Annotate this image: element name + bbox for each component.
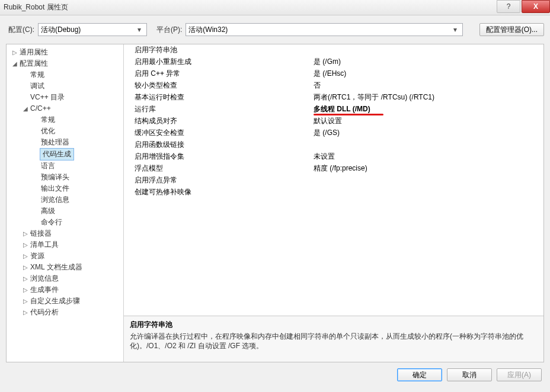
tree-item[interactable]: ▷代码分析 bbox=[9, 307, 123, 318]
property-row[interactable]: 缓冲区安全检查是 (/GS) bbox=[124, 127, 543, 139]
tree-item[interactable]: ▷XML 文档生成器 bbox=[9, 262, 123, 273]
tree-item[interactable]: 代码生成 bbox=[9, 148, 123, 160]
tree-item-label[interactable]: 调试 bbox=[29, 81, 44, 92]
tree-item-label[interactable]: 资源 bbox=[29, 250, 44, 262]
tree-item[interactable]: ▷链接器 bbox=[9, 228, 123, 239]
tree-item-label[interactable]: 浏览信息 bbox=[40, 194, 69, 205]
property-row[interactable]: 创建可热修补映像 bbox=[124, 187, 543, 198]
tree-item[interactable]: 高级 bbox=[9, 205, 123, 217]
nav-tree[interactable]: ▷通用属性◢配置属性常规调试VC++ 目录◢C/C++常规优化预处理器代码生成语… bbox=[7, 44, 124, 362]
tree-item[interactable]: 调试 bbox=[9, 81, 123, 92]
property-row[interactable]: 浮点模型精度 (/fp:precise) bbox=[124, 163, 543, 175]
tree-expand-icon[interactable]: ◢ bbox=[22, 103, 29, 114]
tree-item[interactable]: 预处理器 bbox=[9, 137, 123, 148]
help-button[interactable]: ? bbox=[497, 0, 520, 13]
tree-item[interactable]: ▷自定义生成步骤 bbox=[9, 295, 123, 307]
property-row[interactable]: 启用函数级链接 bbox=[124, 139, 543, 151]
tree-item-label[interactable]: 预编译头 bbox=[40, 172, 69, 183]
tree-item-label[interactable]: 清单工具 bbox=[29, 239, 59, 250]
tree-item-label[interactable]: XML 文档生成器 bbox=[29, 262, 82, 273]
tree-expand-icon[interactable]: ▷ bbox=[22, 239, 29, 250]
tree-expand-icon[interactable]: ▷ bbox=[22, 250, 29, 262]
tree-item-label[interactable]: 预处理器 bbox=[40, 137, 69, 148]
tree-item-label[interactable]: 通用属性 bbox=[18, 47, 48, 58]
property-row[interactable]: 启用最小重新生成是 (/Gm) bbox=[124, 56, 543, 68]
tree-item-label[interactable]: C/C++ bbox=[29, 103, 51, 114]
property-row[interactable]: 启用 C++ 异常是 (/EHsc) bbox=[124, 68, 543, 80]
property-row[interactable]: 基本运行时检查两者(/RTC1，等同于 /RTCsu) (/RTC1) bbox=[124, 92, 543, 104]
description-body: 允许编译器在执行过程中，在程序映像和内存中创建相同字符串的单个只读副本，从而生成… bbox=[130, 332, 538, 351]
tree-item[interactable]: 常规 bbox=[9, 114, 123, 126]
tree-item[interactable]: ◢C/C++ bbox=[9, 103, 123, 114]
tree-item[interactable]: 常规 bbox=[9, 69, 123, 81]
tree-expand-icon[interactable]: ▷ bbox=[22, 262, 29, 273]
property-value[interactable]: 多线程 DLL (/MD) bbox=[314, 104, 543, 114]
tree-expand-icon[interactable]: ◢ bbox=[11, 58, 18, 69]
tree-expand-icon[interactable]: ▷ bbox=[22, 284, 29, 295]
tree-item-label[interactable]: 高级 bbox=[40, 205, 55, 217]
property-value[interactable]: 精度 (/fp:precise) bbox=[314, 163, 543, 173]
property-value[interactable]: 是 (/Gm) bbox=[314, 57, 543, 67]
property-value[interactable]: 是 (/EHsc) bbox=[314, 69, 543, 79]
tree-item-label[interactable]: 优化 bbox=[40, 126, 55, 137]
tree-item-label[interactable]: 常规 bbox=[40, 114, 55, 126]
title-bar: Rubik_Robot 属性页 ? X bbox=[0, 0, 550, 15]
tree-item[interactable]: ▷资源 bbox=[9, 250, 123, 262]
tree-item[interactable]: 输出文件 bbox=[9, 183, 123, 194]
tree-item[interactable]: ▷清单工具 bbox=[9, 239, 123, 250]
property-grid[interactable]: 启用字符串池启用最小重新生成是 (/Gm)启用 C++ 异常是 (/EHsc)较… bbox=[124, 44, 543, 316]
property-name: 结构成员对齐 bbox=[124, 116, 314, 126]
property-row[interactable]: 启用浮点异常 bbox=[124, 175, 543, 187]
config-combo[interactable]: 活动(Debug) ▾ bbox=[38, 23, 147, 36]
config-manager-button[interactable]: 配置管理器(O)... bbox=[479, 23, 544, 36]
tree-item[interactable]: ▷浏览信息 bbox=[9, 273, 123, 284]
property-value[interactable]: 未设置 bbox=[314, 152, 543, 162]
tree-item-label[interactable]: 代码分析 bbox=[29, 307, 59, 318]
property-name: 启用浮点异常 bbox=[124, 175, 314, 185]
tree-item[interactable]: 浏览信息 bbox=[9, 194, 123, 205]
tree-item[interactable]: 预编译头 bbox=[9, 172, 123, 183]
property-name: 启用 C++ 异常 bbox=[124, 69, 314, 79]
apply-button[interactable]: 应用(A) bbox=[497, 368, 542, 381]
property-row[interactable]: 启用增强指令集未设置 bbox=[124, 151, 543, 163]
description-panel: 启用字符串池 允许编译器在执行过程中，在程序映像和内存中创建相同字符串的单个只读… bbox=[124, 316, 543, 362]
tree-item-label[interactable]: 代码生成 bbox=[40, 148, 74, 160]
tree-item[interactable]: 优化 bbox=[9, 126, 123, 137]
tree-expand-icon[interactable]: ▷ bbox=[11, 47, 18, 58]
property-value[interactable]: 两者(/RTC1，等同于 /RTCsu) (/RTC1) bbox=[314, 92, 543, 102]
tree-item[interactable]: ▷生成事件 bbox=[9, 284, 123, 295]
tree-item-label[interactable]: 链接器 bbox=[29, 228, 52, 239]
property-row[interactable]: 较小类型检查否 bbox=[124, 80, 543, 92]
tree-expand-icon[interactable]: ▷ bbox=[22, 295, 29, 307]
tree-item[interactable]: ▷通用属性 bbox=[9, 47, 123, 58]
tree-item-label[interactable]: 生成事件 bbox=[29, 284, 59, 295]
ok-button[interactable]: 确定 bbox=[397, 368, 442, 381]
tree-expand-icon[interactable]: ▷ bbox=[22, 307, 29, 318]
close-button[interactable]: X bbox=[522, 0, 550, 13]
cancel-button[interactable]: 取消 bbox=[447, 368, 492, 381]
tree-item-label[interactable]: 输出文件 bbox=[40, 183, 69, 194]
description-title: 启用字符串池 bbox=[130, 320, 538, 330]
property-row[interactable]: 结构成员对齐默认设置 bbox=[124, 115, 543, 127]
tree-item-label[interactable]: 浏览信息 bbox=[29, 273, 59, 284]
tree-expand-icon[interactable]: ▷ bbox=[22, 273, 29, 284]
property-value[interactable]: 否 bbox=[314, 81, 543, 91]
tree-item[interactable]: 命令行 bbox=[9, 217, 123, 228]
tree-item-label[interactable]: 配置属性 bbox=[18, 58, 48, 69]
property-value[interactable]: 是 (/GS) bbox=[314, 128, 543, 138]
tree-item[interactable]: ◢配置属性 bbox=[9, 58, 123, 69]
tree-item-label[interactable]: 命令行 bbox=[40, 217, 62, 228]
main-panel: ▷通用属性◢配置属性常规调试VC++ 目录◢C/C++常规优化预处理器代码生成语… bbox=[6, 44, 544, 362]
platform-combo[interactable]: 活动(Win32) ▾ bbox=[186, 23, 463, 36]
tree-item-label[interactable]: VC++ 目录 bbox=[29, 92, 65, 103]
tree-item[interactable]: VC++ 目录 bbox=[9, 92, 123, 103]
tree-item-label[interactable]: 常规 bbox=[29, 69, 44, 81]
property-value[interactable]: 默认设置 bbox=[314, 116, 543, 126]
property-row[interactable]: 启用字符串池 bbox=[124, 44, 543, 56]
property-row[interactable]: 运行库多线程 DLL (/MD) bbox=[124, 104, 543, 115]
tree-item-label[interactable]: 语言 bbox=[40, 160, 55, 172]
tree-expand-icon[interactable]: ▷ bbox=[22, 228, 29, 239]
window-title: Rubik_Robot 属性页 bbox=[4, 2, 68, 12]
tree-item-label[interactable]: 自定义生成步骤 bbox=[29, 295, 80, 307]
tree-item[interactable]: 语言 bbox=[9, 160, 123, 172]
